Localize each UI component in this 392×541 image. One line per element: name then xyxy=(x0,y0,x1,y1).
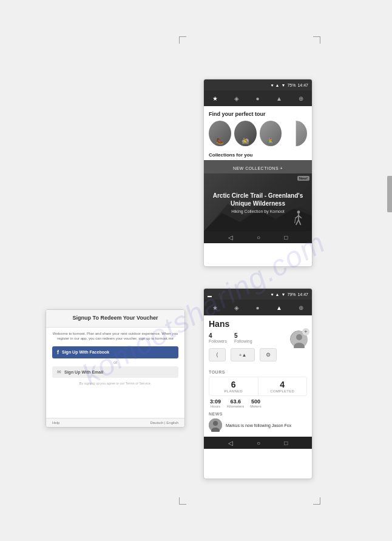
battery-text: 75% xyxy=(287,83,296,87)
collection-title: Arctic Circle Trail - Greenland's Unique… xyxy=(208,192,308,207)
back-icon-b[interactable]: ◁ xyxy=(228,440,233,446)
phone-screen-top: ♥ ▲ ▼ 75% 14:47 ★ ◈ ● ▲ ⊕ Find your perf… xyxy=(203,79,313,267)
nav-compass-icon-b[interactable]: ◈ xyxy=(234,304,239,311)
corner-decoration-br xyxy=(313,497,320,505)
time-text: 14:47 xyxy=(297,83,308,87)
nav-compass-icon[interactable]: ◈ xyxy=(234,95,239,102)
home-icon[interactable]: ○ xyxy=(257,234,260,241)
tour-section-title: Find your perfect tour xyxy=(209,111,307,117)
nav-bar-top: ◁ ○ □ xyxy=(204,231,312,243)
meters-stat: 500 Meters xyxy=(250,398,261,408)
meters-unit: Meters xyxy=(250,405,261,408)
nav-user-icon-b[interactable]: ▲ xyxy=(276,304,282,311)
sim-icon: ▬ xyxy=(208,294,212,298)
news-avatar-svg xyxy=(209,418,222,432)
following-stat: 5 Following xyxy=(234,332,252,343)
hours-unit: Hours xyxy=(210,405,221,408)
tours-grid: 6 PLANNED 4 COMPLETED xyxy=(209,377,307,396)
hiker-figure-icon xyxy=(290,210,307,227)
stats-row: 3:09 Hours 63.6 Kilometers 500 Meters xyxy=(209,398,307,408)
profile-name: Hans xyxy=(209,319,307,329)
side-accent xyxy=(387,176,392,212)
facebook-icon: f xyxy=(57,349,59,355)
svg-line-7 xyxy=(299,220,301,224)
app-nav-top: ★ ◈ ● ▲ ⊕ xyxy=(204,90,312,106)
nav-map-icon[interactable]: ● xyxy=(256,95,260,102)
km-unit: Kilometers xyxy=(227,405,244,408)
profile-avatar-area: + xyxy=(290,331,307,348)
tour-circle-hiking[interactable]: 🥾 xyxy=(209,121,231,146)
signal-icon-b: ♥ xyxy=(271,292,273,297)
email-icon: ✉ xyxy=(57,369,61,375)
completed-label: COMPLETED xyxy=(259,389,307,393)
settings-button[interactable]: ⚙ xyxy=(260,348,277,361)
nav-map-icon-b[interactable]: ● xyxy=(256,304,260,311)
collections-label: Collections for you xyxy=(204,152,312,158)
gps-icon: ♥ xyxy=(271,83,273,87)
followers-stat: 4 Followers xyxy=(209,332,227,343)
svg-line-6 xyxy=(296,220,299,224)
tours-label: TOURS xyxy=(209,370,307,374)
add-photo-icon[interactable]: + xyxy=(302,328,309,335)
followers-number: 4 xyxy=(209,332,227,339)
road-icon: 🚴 xyxy=(267,138,274,144)
collection-card[interactable]: New! Arctic Circle Trail - Greenland's U… xyxy=(204,173,312,231)
corner-decoration-tl xyxy=(179,36,186,44)
add-friend-button[interactable]: +▲ xyxy=(231,348,255,361)
nav-globe-icon-b[interactable]: ⊕ xyxy=(299,304,303,311)
signup-header: Signup To Redeem Your Voucher xyxy=(46,310,184,328)
planned-label: PLANNED xyxy=(209,389,258,393)
signup-description: Welcome to komoot. Plan and share your n… xyxy=(52,331,178,341)
tour-circles-row: 🥾 🚵 🚴 xyxy=(209,121,307,146)
following-label: Following xyxy=(234,339,252,343)
completed-number: 4 xyxy=(259,380,307,389)
email-signup-button[interactable]: ✉ Sign Up With Email xyxy=(52,366,178,378)
wifi-icon-b: ▲ xyxy=(275,292,280,297)
corner-decoration-tr xyxy=(313,36,320,44)
tour-circle-cycling[interactable]: 🚵 xyxy=(234,121,257,146)
share-icon: ⟨ xyxy=(216,352,218,358)
tour-circle-road[interactable]: 🚴 xyxy=(260,121,282,146)
back-icon[interactable]: ◁ xyxy=(228,234,233,241)
profile-content: Hans 4 Followers 5 Following xyxy=(204,315,312,370)
facebook-signup-button[interactable]: f Sign Up With Facebook xyxy=(52,346,178,358)
nav-user-icon[interactable]: ▲ xyxy=(276,95,282,102)
planned-tours-cell[interactable]: 6 PLANNED xyxy=(209,377,259,395)
phone-screen-signup: Signup To Redeem Your Voucher Welcome to… xyxy=(46,309,185,428)
new-collections-text: NEW COLLECTIONS + xyxy=(233,166,283,170)
home-icon-b[interactable]: ○ xyxy=(257,440,260,446)
facebook-button-label: Sign Up With Facebook xyxy=(62,350,109,354)
app-nav-bottom: ★ ◈ ● ▲ ⊕ xyxy=(204,300,312,315)
nav-star-icon-b[interactable]: ★ xyxy=(212,304,218,311)
followers-label: Followers xyxy=(209,339,227,343)
meters-value: 500 xyxy=(250,398,261,405)
svg-point-2 xyxy=(297,210,300,213)
completed-tours-cell[interactable]: 4 COMPLETED xyxy=(259,377,307,395)
svg-line-8 xyxy=(295,217,296,223)
signal-icon: ▲ xyxy=(275,83,280,87)
share-button[interactable]: ⟨ xyxy=(209,348,226,361)
nav-globe-icon[interactable]: ⊕ xyxy=(299,95,303,102)
nav-star-icon[interactable]: ★ xyxy=(212,95,218,102)
recents-icon-b[interactable]: □ xyxy=(284,440,288,446)
status-bar-left: ▬ xyxy=(208,289,269,300)
signup-body: Welcome to komoot. Plan and share your n… xyxy=(46,328,184,392)
recents-icon[interactable]: □ xyxy=(284,234,288,241)
screen-top-content: Find your perfect tour 🥾 🚵 🚴 xyxy=(204,106,312,146)
signup-content: Signup To Redeem Your Voucher Welcome to… xyxy=(46,310,184,392)
profile-section: Hans 4 Followers 5 Following xyxy=(204,315,312,370)
battery-text-b: 79% xyxy=(287,292,296,297)
planned-number: 6 xyxy=(209,380,258,389)
collections-section: Collections for you NEW COLLECTIONS + Ne… xyxy=(204,152,312,231)
language-selector[interactable]: Deutsch | English xyxy=(150,421,178,425)
help-link[interactable]: Help xyxy=(52,421,59,425)
news-text: Markus is now following Jason Fox xyxy=(226,423,291,428)
new-collections-bar[interactable]: NEW COLLECTIONS + xyxy=(204,160,312,173)
km-stat: 63.6 Kilometers xyxy=(227,398,244,408)
hours-value: 3:09 xyxy=(210,398,221,405)
cycling-icon: 🚵 xyxy=(242,138,249,144)
phone-screen-bottom: ▬ ♥ ▲ ▼ 79% 14:47 ★ ◈ ● ▲ ⊕ Hans 4 Follo… xyxy=(203,288,313,479)
status-bar-bottom: ▬ ♥ ▲ ▼ 79% 14:47 xyxy=(204,289,312,300)
time-text-b: 14:47 xyxy=(297,292,308,297)
tour-circle-extra[interactable] xyxy=(285,121,307,146)
